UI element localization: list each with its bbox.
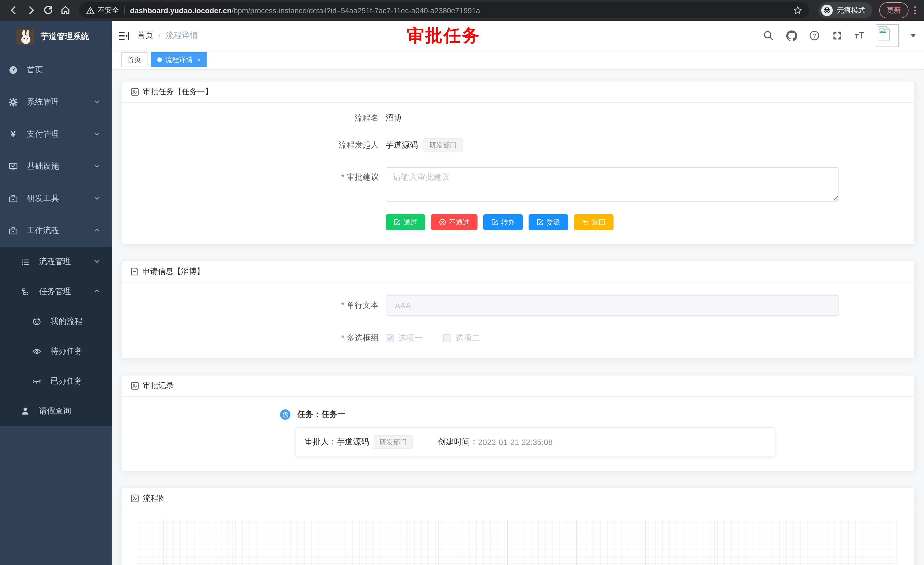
single-line-text-input (386, 295, 839, 316)
user-icon (21, 407, 30, 416)
sidebar-item-infra[interactable]: 基础设施 (0, 150, 112, 183)
card-title: 申请信息【滔博】 (142, 266, 204, 277)
briefcase-icon (9, 226, 18, 236)
help-icon[interactable]: ? (809, 30, 820, 41)
initiator-value: 芋道源码 (386, 140, 418, 150)
forward-icon[interactable] (23, 2, 39, 18)
sidebar-item-system[interactable]: 系统管理 (0, 86, 112, 118)
checkbox-option2-unchecked (443, 334, 451, 342)
url-bar[interactable]: 不安全 dashboard.yudao.iocoder.cn/bpm/proce… (79, 2, 809, 18)
approval-task-card: 审批任务【任务一】 流程名 滔博 流程发起人 芋道源码研发部门 *审批建议 (121, 81, 915, 245)
approver-name: 芋道源码 (337, 437, 369, 447)
transfer-button[interactable]: 转办 (483, 214, 523, 230)
close-icon[interactable]: × (197, 57, 201, 63)
sidebar: 芋道管理系统 首页 系统管理 ¥ (0, 21, 112, 565)
checkbox-option2-label: 选项二 (456, 333, 480, 343)
incognito-label: 无痕模式 (837, 6, 866, 15)
created-value: 2022-01-21 22:35:08 (478, 437, 553, 447)
approve-button[interactable]: 通过 (386, 214, 425, 230)
main-area: 首页 / 流程详情 审批任务 ? (112, 21, 924, 565)
card-header: 流程图 (122, 488, 914, 509)
breadcrumb: 首页 / 流程详情 (137, 30, 198, 41)
chevron-up-icon (93, 226, 100, 236)
text-field-label: *单行文本 (133, 300, 386, 311)
sidebar-item-leave-query[interactable]: 请假查询 (0, 396, 112, 426)
dashboard-icon (9, 65, 18, 75)
sidebar-item-devtools[interactable]: 研发工具 (0, 183, 112, 215)
security-label: 不安全 (98, 6, 119, 15)
approver-label: 审批人： (305, 437, 337, 447)
breadcrumb-separator: / (158, 31, 161, 40)
browser-menu-icon[interactable] (914, 6, 916, 14)
breadcrumb-home[interactable]: 首页 (137, 30, 153, 41)
sidebar-item-payment[interactable]: ¥ 支付管理 (0, 118, 112, 150)
sidebar-logo-row[interactable]: 芋道管理系统 (0, 21, 112, 53)
return-button[interactable]: 退回 (574, 214, 614, 230)
update-button[interactable]: 更新 (879, 2, 909, 18)
list-icon (21, 257, 30, 266)
screen: 不安全 dashboard.yudao.iocoder.cn/bpm/proce… (0, 0, 924, 565)
fullscreen-icon[interactable] (832, 30, 843, 41)
record-detail-box: 审批人： 芋道源码 研发部门 创建时间： 2022-01-21 22:35:08 (295, 427, 776, 457)
back-icon[interactable] (6, 2, 22, 18)
face-icon (32, 317, 41, 326)
page-content: 审批任务【任务一】 流程名 滔博 流程发起人 芋道源码研发部门 *审批建议 (112, 69, 924, 565)
sidebar-item-process-mgmt[interactable]: 流程管理 (0, 247, 112, 277)
document-icon (131, 267, 138, 276)
sidebar-menu: 首页 系统管理 ¥ 支付管理 (0, 53, 112, 426)
timeline-clock-icon (280, 409, 290, 420)
comment-textarea[interactable] (386, 167, 839, 201)
comment-label: *审批建议 (133, 167, 386, 183)
delegate-button[interactable]: 委派 (529, 214, 568, 230)
svg-text:?: ? (813, 32, 816, 39)
chevron-down-icon (93, 162, 100, 171)
chevron-down-icon (93, 130, 100, 139)
sidebar-item-todo-tasks[interactable]: 待办任务 (0, 337, 112, 366)
caret-down-icon[interactable] (910, 34, 916, 37)
circle-close-icon (439, 219, 446, 225)
sidebar-item-home[interactable]: 首页 (0, 54, 112, 86)
sidebar-item-task-mgmt[interactable]: 任务管理 (0, 277, 112, 307)
tab-process-detail[interactable]: 流程详情× (151, 52, 207, 67)
reject-button[interactable]: 不通过 (431, 214, 477, 230)
reload-icon[interactable] (40, 2, 56, 18)
bookmark-star-icon[interactable] (793, 6, 802, 15)
header-actions: ? TT (763, 24, 924, 47)
process-name-value: 滔博 (386, 113, 402, 123)
workflow-submenu: 流程管理 任务管理 我的流程 (0, 247, 112, 426)
required-asterisk: * (341, 300, 344, 310)
tree-icon (21, 287, 30, 296)
tab-home[interactable]: 首页 (121, 52, 147, 67)
gear-icon (9, 98, 18, 107)
sidebar-item-my-process[interactable]: 我的流程 (0, 307, 112, 337)
card-header: 审批记录 (122, 376, 914, 397)
hamburger-icon[interactable] (112, 21, 137, 51)
search-icon[interactable] (763, 30, 774, 41)
task-title: 任务：任务一 (297, 409, 345, 420)
active-dot (157, 57, 162, 62)
process-name-label: 流程名 (133, 113, 386, 123)
chevron-down-icon (93, 257, 100, 266)
checkbox-option1-label: 选项一 (398, 333, 422, 343)
incognito-badge: 无痕模式 (818, 2, 872, 18)
annotation-text: 审批任务 (407, 24, 480, 48)
app-header: 首页 / 流程详情 审批任务 ? (112, 21, 924, 51)
github-icon[interactable] (786, 30, 798, 41)
bpmn-diagram-canvas[interactable] (136, 520, 899, 565)
sidebar-item-done-tasks[interactable]: 已办任务 (0, 366, 112, 396)
avatar[interactable] (876, 24, 899, 47)
chevron-up-icon (93, 287, 100, 296)
font-size-icon[interactable]: TT (855, 30, 864, 41)
chevron-down-icon (93, 194, 100, 203)
checkbox-option1-checked (386, 334, 394, 342)
picture-icon (131, 494, 139, 502)
approval-record-card: 审批记录 任务：任务一 审批人： 芋道 (121, 375, 915, 472)
application-info-card: 申请信息【滔博】 *单行文本 *多选框组 选项一 (121, 261, 915, 359)
home-icon[interactable] (57, 2, 74, 18)
sidebar-item-workflow[interactable]: 工作流程 (0, 215, 112, 247)
warning-icon (86, 6, 95, 15)
app-logo (16, 29, 34, 45)
required-asterisk: * (341, 333, 344, 342)
edit-icon (394, 219, 400, 225)
dept-tag: 研发部门 (423, 138, 463, 152)
